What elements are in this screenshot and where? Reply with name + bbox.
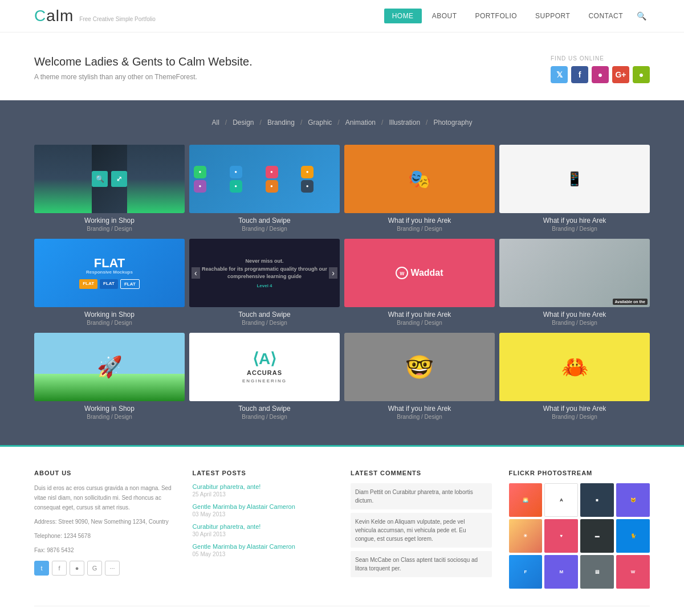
footer-posts-title: LATEST POSTS	[193, 470, 334, 476]
portfolio-title-3: What if you hire Arek	[344, 217, 495, 225]
footer-about-title: ABOUT US	[34, 470, 176, 476]
portfolio-item-5[interactable]: FLAT Responsive Mockups FLAT FLAT FLAT W…	[34, 239, 185, 328]
app-icon: ●	[301, 180, 314, 193]
portfolio-title-9: Working in Shop	[34, 405, 185, 413]
main-nav: HOME ABOUT PORTFOLIO SUPPORT CONTACT 🔍	[384, 8, 650, 24]
portfolio-sub-9: Branding / Design	[34, 414, 185, 420]
filter-graphic[interactable]: Graphic	[308, 119, 332, 127]
flickr-thumb-2[interactable]: A	[544, 483, 578, 517]
portfolio-sub-2: Branding / Design	[189, 226, 340, 232]
site-header: Calm Free Creative Simple Portfolio HOME…	[0, 0, 684, 32]
footer-about-text: Duis id eros ac eros cursus gravida a no…	[34, 483, 176, 512]
portfolio-sub-3: Branding / Design	[344, 226, 495, 232]
portfolio-title-2: Touch and Swipe	[189, 217, 340, 225]
flickr-thumb-7[interactable]: ▬	[580, 519, 614, 553]
portfolio-filter: All / Design / Branding / Graphic / Anim…	[34, 112, 650, 133]
flickr-thumb-11[interactable]: ▤	[580, 555, 614, 589]
comment-item-1: Diam Pettit on Curabitur pharetra, ante …	[351, 483, 492, 509]
filter-design[interactable]: Design	[233, 119, 254, 127]
flat-box-3: FLAT	[120, 279, 140, 289]
post-link-1[interactable]: Curabitur pharetra, ante!	[193, 483, 334, 490]
filter-all[interactable]: All	[212, 119, 219, 127]
flickr-thumb-12[interactable]: W	[616, 555, 650, 589]
character-emoji: 🤓	[405, 354, 434, 381]
logo-highlight: C	[34, 7, 46, 25]
portfolio-item-4[interactable]: 📱 What if you hire Arek Branding / Desig…	[499, 145, 650, 234]
post-link-3[interactable]: Curabitur pharetra, ante!	[193, 523, 334, 530]
flickr-thumb-9[interactable]: F	[509, 555, 543, 589]
portfolio-sub-5: Branding / Design	[34, 320, 185, 326]
portfolio-sub-12: Branding / Design	[499, 414, 650, 420]
filter-photography[interactable]: Photography	[433, 119, 472, 127]
portfolio-title-4: What if you hire Arek	[499, 217, 650, 225]
footer-google-icon[interactable]: G	[87, 561, 102, 576]
envato-icon[interactable]: ●	[633, 66, 650, 83]
portfolio-item-7[interactable]: w Waddat What if you hire Arek Branding …	[344, 239, 495, 328]
filter-animation[interactable]: Animation	[345, 119, 376, 127]
portfolio-title-11: What if you hire Arek	[344, 405, 495, 413]
app-icon: ●	[301, 166, 314, 178]
portfolio-title-8: What if you hire Arek	[499, 311, 650, 319]
flickr-thumb-8[interactable]: 🐈	[616, 519, 650, 553]
portfolio-title-1: Working in Shop	[34, 217, 185, 225]
post-date-4: 05 May 2013	[193, 551, 334, 557]
available-badge: Available on the	[613, 299, 648, 305]
facebook-icon[interactable]: f	[571, 66, 588, 83]
filter-illustration[interactable]: Illustration	[389, 119, 420, 127]
portfolio-item-2[interactable]: ● ● ● ● ● ● ● ● Touch and Swipe Branding…	[189, 145, 340, 234]
nav-about[interactable]: ABOUT	[424, 9, 465, 23]
portfolio-item-1[interactable]: 🔍 ⤢ Working in Shop Branding / Design	[34, 145, 185, 234]
app-icon: ●	[230, 166, 242, 178]
portfolio-sub-6: Branding / Design	[189, 320, 340, 326]
flat-box-2: FLAT	[100, 279, 118, 289]
accuras-subname: ENGINEERING	[242, 378, 287, 384]
flickr-thumb-1[interactable]: 🌅	[509, 483, 543, 517]
google-icon[interactable]: G+	[612, 66, 629, 83]
twitter-icon[interactable]: 𝕏	[551, 66, 568, 83]
footer-comments-title: LATEST COMMENTS	[351, 470, 492, 476]
flat-sub: Responsive Mockups	[86, 270, 133, 275]
slider-left-arrow[interactable]: ‹	[192, 267, 200, 279]
flickr-thumb-5[interactable]: ☀	[509, 519, 543, 553]
app-icon: ●	[266, 180, 278, 193]
footer-instagram-icon[interactable]: ●	[70, 561, 84, 576]
footer-facebook-icon[interactable]: f	[52, 561, 67, 576]
slider-right-arrow[interactable]: ›	[329, 267, 337, 279]
footer-grid: ABOUT US Duis id eros ac eros cursus gra…	[34, 470, 650, 589]
logo-area: Calm Free Creative Simple Portfolio	[34, 7, 156, 25]
footer-about: ABOUT US Duis id eros ac eros cursus gra…	[34, 470, 176, 589]
instagram-icon[interactable]: ●	[592, 66, 609, 83]
nav-portfolio[interactable]: PORTFOLIO	[467, 9, 525, 23]
nav-support[interactable]: SUPPORT	[527, 9, 578, 23]
search-icon[interactable]: 🔍	[633, 8, 650, 24]
footer-more-icon[interactable]: ···	[105, 561, 120, 576]
site-footer: ABOUT US Duis id eros ac eros cursus gra…	[0, 445, 684, 616]
portfolio-title-5: Working in Shop	[34, 311, 185, 319]
comment-text-3: Sean McCabe on Class aptent taciti socio…	[355, 556, 487, 573]
portfolio-item-6[interactable]: Never miss out.Reachable for its program…	[189, 239, 340, 328]
app-icon: ●	[230, 180, 242, 193]
portfolio-item-12[interactable]: 🦀 What if you hire Arek Branding / Desig…	[499, 333, 650, 422]
flickr-thumb-10[interactable]: M	[544, 555, 578, 589]
portfolio-item-10[interactable]: ⟨A⟩ ACCURAS ENGINEERING Touch and Swipe …	[189, 333, 340, 422]
crab-emoji: 🦀	[561, 354, 588, 380]
post-link-4[interactable]: Gentle Marimba by Alastair Cameron	[193, 543, 334, 550]
nav-home[interactable]: HOME	[384, 9, 422, 23]
portfolio-item-9[interactable]: 🚀 Working in Shop Branding / Design	[34, 333, 185, 422]
hero-right: FIND US ONLINE 𝕏 f ● G+ ●	[551, 55, 650, 83]
portfolio-sub-10: Branding / Design	[189, 414, 340, 420]
post-link-2[interactable]: Gentle Marimba by Alastair Cameron	[193, 503, 334, 510]
portfolio-item-11[interactable]: 🤓 What if you hire Arek Branding / Desig…	[344, 333, 495, 422]
flickr-thumb-3[interactable]: ■	[580, 483, 614, 517]
flickr-thumb-4[interactable]: 🐱	[616, 483, 650, 517]
nav-contact[interactable]: CONTACT	[580, 9, 631, 23]
footer-twitter-icon[interactable]: t	[34, 561, 49, 576]
filter-branding[interactable]: Branding	[267, 119, 295, 127]
hero-heading: Welcome Ladies & Gents to Calm Website.	[34, 55, 253, 68]
flickr-thumb-6[interactable]: ♥	[544, 519, 578, 553]
comment-text-1: Diam Pettit on Curabitur pharetra, ante …	[355, 488, 487, 505]
flickr-grid: 🌅 A ■ 🐱 ☀ ♥ ▬ 🐈 F M ▤ W	[509, 483, 650, 589]
portfolio-item-8[interactable]: Available on the What if you hire Arek B…	[499, 239, 650, 328]
portfolio-item-3[interactable]: 🎭 What if you hire Arek Branding / Desig…	[344, 145, 495, 234]
hero-subtext: A theme more stylish than any other on T…	[34, 73, 253, 81]
